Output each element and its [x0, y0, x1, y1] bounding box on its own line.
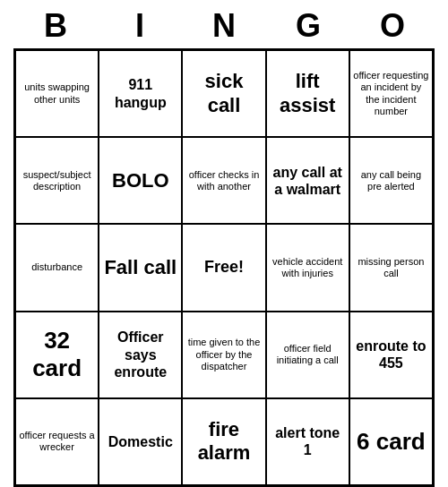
bingo-cell-12: Free!	[182, 224, 265, 311]
bingo-cell-0: units swapping other units	[15, 50, 99, 137]
bingo-cell-23: alert tone 1	[266, 398, 349, 485]
bingo-cell-15: 32 card	[15, 312, 99, 398]
bingo-cell-17: time given to the officer by the dispatc…	[182, 312, 265, 398]
header-o: O	[353, 7, 432, 45]
header-g: G	[269, 7, 348, 45]
bingo-cell-1: 911 hangup	[99, 50, 182, 137]
header-b: B	[16, 7, 95, 45]
bingo-cell-3: lift assist	[266, 50, 349, 137]
bingo-cell-14: missing person call	[349, 224, 433, 311]
bingo-cell-10: disturbance	[15, 224, 99, 311]
bingo-cell-11: Fall call	[99, 224, 182, 311]
bingo-cell-9: any call being pre alerted	[349, 137, 433, 224]
bingo-header: B I N G O	[13, 0, 435, 48]
bingo-cell-21: Domestic	[99, 398, 182, 485]
bingo-cell-2: sick call	[182, 50, 265, 137]
bingo-cell-20: officer requests a wrecker	[15, 398, 99, 485]
bingo-cell-24: 6 card	[349, 398, 433, 485]
bingo-cell-5: suspect/subject description	[15, 137, 99, 224]
bingo-cell-18: officer field initiating a call	[266, 312, 349, 398]
bingo-grid: units swapping other units911 hangupsick…	[13, 48, 435, 487]
bingo-cell-13: vehicle accident with injuries	[266, 224, 349, 311]
bingo-cell-16: Officer says enroute	[99, 312, 182, 398]
header-n: N	[185, 7, 263, 45]
bingo-cell-4: officer requesting an incident by the in…	[349, 50, 433, 137]
bingo-cell-7: officer checks in with another	[182, 137, 265, 224]
bingo-cell-8: any call at a walmart	[266, 137, 349, 224]
bingo-cell-22: fire alarm	[182, 398, 265, 485]
header-i: I	[100, 7, 179, 45]
bingo-cell-6: BOLO	[99, 137, 182, 224]
bingo-cell-19: enroute to 455	[349, 312, 433, 398]
